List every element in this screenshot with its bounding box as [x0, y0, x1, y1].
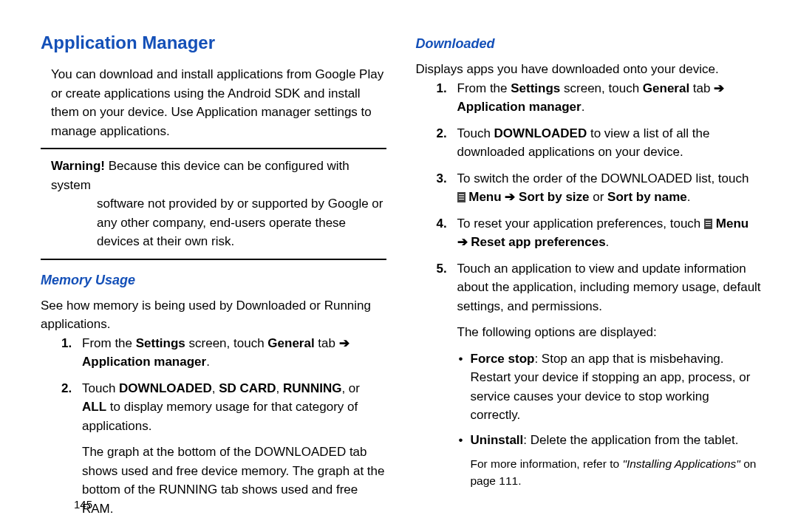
- dl-step-4: To reset your application preferences, t…: [437, 214, 762, 252]
- arrow-icon: ➔: [714, 81, 724, 95]
- downloaded-intro: Displays apps you have downloaded onto y…: [416, 60, 762, 79]
- dl-step-2: Touch DOWNLOADED to view a list of all t…: [437, 124, 762, 162]
- downloaded-heading: Downloaded: [416, 34, 762, 54]
- arrow-icon: ➔: [339, 336, 349, 350]
- menu-icon: [457, 192, 466, 202]
- divider: [41, 148, 386, 149]
- graph-note: The graph at the bottom of the DOWNLOADE…: [82, 443, 386, 518]
- step-2: Touch DOWNLOADED, SD CARD, RUNNING, or A…: [61, 379, 386, 436]
- step-1: From the Settings screen, touch General …: [61, 334, 386, 372]
- arrow-icon: ➔: [457, 235, 468, 249]
- options-list: Force stop: Stop an app that is misbehav…: [459, 349, 762, 450]
- warning-label: Warning!: [51, 159, 105, 173]
- reference-note: For more information, refer to "Installi…: [471, 455, 762, 490]
- option-force-stop: Force stop: Stop an app that is misbehav…: [459, 349, 762, 425]
- intro-paragraph: You can download and install application…: [51, 65, 386, 140]
- dl-step-3: To switch the order of the DOWNLOADED li…: [437, 169, 762, 207]
- options-intro: The following options are displayed:: [457, 323, 762, 342]
- arrow-icon: ➔: [505, 190, 515, 204]
- dl-step-5: Touch an application to view and update …: [437, 259, 762, 316]
- memory-steps: From the Settings screen, touch General …: [61, 334, 386, 436]
- menu-icon: [704, 219, 712, 229]
- warning-block: Warning! Because this device can be conf…: [41, 157, 386, 251]
- page-content: Application Manager You can download and…: [41, 30, 761, 510]
- option-uninstall: Uninstall: Delete the application from t…: [459, 431, 762, 450]
- main-heading: Application Manager: [41, 30, 386, 56]
- divider: [41, 259, 386, 260]
- right-column: Downloaded Displays apps you have downlo…: [416, 30, 762, 510]
- dl-step-1: From the Settings screen, touch General …: [437, 79, 762, 117]
- memory-usage-heading: Memory Usage: [41, 270, 386, 290]
- downloaded-steps: From the Settings screen, touch General …: [437, 79, 762, 316]
- left-column: Application Manager You can download and…: [41, 30, 386, 510]
- warning-body-cont: software not provided by or supported by…: [97, 194, 386, 251]
- memory-intro: See how memory is being used by Download…: [41, 296, 386, 334]
- page-number: 145: [74, 497, 92, 514]
